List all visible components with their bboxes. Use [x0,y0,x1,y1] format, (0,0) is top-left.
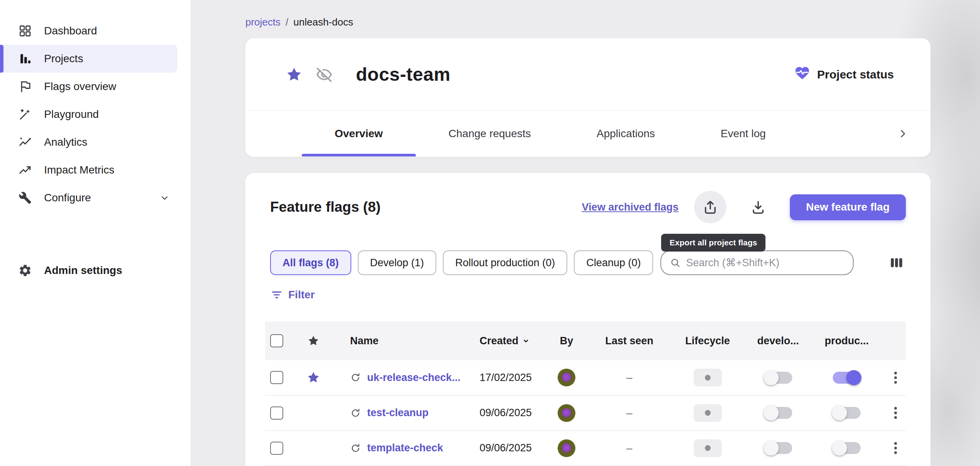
production-toggle[interactable] [833,442,861,454]
breadcrumb-current: unleash-docs [293,16,353,28]
new-feature-flag-button[interactable]: New feature flag [790,194,906,220]
last-seen-value: – [592,395,667,430]
lifecycle-badge[interactable] [694,404,722,422]
columns-view-button[interactable] [889,255,904,270]
chip-all-flags[interactable]: All flags (8) [270,250,351,275]
flags-title: Feature flags (8) [270,199,381,215]
select-all-checkbox[interactable] [270,334,283,347]
lifecycle-badge[interactable] [694,369,722,386]
analytics-icon [18,135,32,150]
sidebar-item-analytics[interactable]: Analytics [0,128,177,156]
gear-icon [18,263,32,278]
user-avatar[interactable] [558,369,575,386]
row-checkbox[interactable] [270,442,283,455]
flag-name-link[interactable]: uk-release-check... [367,372,461,384]
project-tabs: Overview Change requests Applications Ev… [245,111,931,156]
user-avatar[interactable] [558,404,575,422]
tab-change-requests[interactable]: Change requests [416,111,564,156]
sidebar-item-label: Dashboard [44,25,97,37]
dashboard-icon [18,24,32,38]
chip-cleanup[interactable]: Cleanup (0) [574,250,653,275]
column-header-name: Name [339,321,474,360]
tab-event-log[interactable]: Event log [688,111,799,156]
import-icon [750,199,766,215]
eye-off-icon[interactable] [316,66,333,83]
columns-icon [889,255,904,270]
development-toggle[interactable] [764,442,792,454]
more-tabs-button[interactable] [897,111,909,156]
import-flags-button[interactable] [742,191,774,223]
star-column-header-icon[interactable] [288,335,339,347]
tab-label: Change requests [449,128,531,140]
projects-icon [18,51,32,66]
row-actions-menu[interactable] [892,405,899,421]
search-icon [670,257,681,269]
project-title: docs-team [356,64,451,85]
export-icon [702,199,718,215]
flag-icon [18,79,32,94]
development-toggle[interactable] [764,407,792,419]
table-row: template-check 09/06/2025 – [265,430,906,466]
flag-name-link[interactable]: template-check [367,442,443,454]
lifecycle-badge[interactable] [694,439,722,457]
sidebar-item-projects[interactable]: Projects [0,45,177,73]
sidebar-item-label: Flags overview [44,80,116,93]
feature-flags-table: Name Created By Last seen Lifecycle deve… [265,321,906,466]
lifecycle-stage-dot [705,375,711,381]
breadcrumb-projects-link[interactable]: projects [245,16,281,28]
row-actions-menu[interactable] [892,369,899,386]
favorite-star-icon[interactable] [286,66,303,83]
row-checkbox[interactable] [270,406,283,420]
toggle-knob [764,370,779,385]
filter-button[interactable]: Filter [270,288,315,301]
view-archived-flags-link[interactable]: View archived flags [582,201,679,213]
column-header-created[interactable]: Created [474,321,541,360]
sidebar-item-playground[interactable]: Playground [0,100,177,128]
heart-pulse-icon [794,65,810,84]
export-tooltip: Export all project flags [661,234,766,252]
row-favorite-star-icon[interactable] [288,371,339,384]
created-date: 09/06/2025 [474,395,541,430]
row-checkbox[interactable] [270,371,283,384]
table-header-row: Name Created By Last seen Lifecycle deve… [265,321,906,360]
sort-chevron-icon [521,336,531,346]
last-seen-value: – [592,360,667,395]
column-header-by: By [541,321,592,360]
flag-filter-chips-row: All flags (8) Develop (1) Rollout produc… [270,250,906,275]
project-status-button[interactable]: Project status [794,65,894,84]
column-header-lifecycle: Lifecycle [667,321,748,360]
chip-rollout-production[interactable]: Rollout production (0) [443,250,567,275]
sidebar-item-label: Analytics [44,136,87,148]
sidebar-item-admin-settings[interactable]: Admin settings [0,257,177,284]
development-toggle[interactable] [764,372,792,384]
flags-header-row: Feature flags (8) View archived flags Ne… [270,173,906,223]
chip-develop[interactable]: Develop (1) [358,250,437,275]
toggle-knob [832,405,847,420]
sidebar: Dashboard Projects Flags overview Playgr… [0,0,191,466]
last-seen-value: – [592,430,667,466]
row-actions-menu[interactable] [892,440,899,456]
sidebar-item-label: Admin settings [44,264,122,277]
tab-label: Event log [721,128,766,140]
export-flags-button[interactable] [694,191,726,223]
flag-type-icon [350,443,361,454]
user-avatar[interactable] [558,439,575,457]
flag-name-link[interactable]: test-cleanup [367,407,429,419]
tab-applications[interactable]: Applications [564,111,688,156]
sidebar-item-configure[interactable]: Configure [0,184,177,212]
chevron-down-icon [159,192,170,204]
filter-icon [270,288,283,301]
toggle-knob [832,440,847,456]
tab-overview[interactable]: Overview [302,111,416,156]
sidebar-item-flags-overview[interactable]: Flags overview [0,73,177,100]
sidebar-item-impact-metrics[interactable]: Impact Metrics [0,156,177,184]
toggle-knob [764,405,779,420]
tab-label: Overview [335,128,383,140]
column-header-label: Created [480,335,519,347]
search-input[interactable] [686,257,849,269]
sidebar-item-label: Impact Metrics [44,164,114,176]
production-toggle[interactable] [833,372,861,384]
sidebar-item-dashboard[interactable]: Dashboard [0,17,177,45]
production-toggle[interactable] [833,407,861,419]
created-date: 09/06/2025 [474,430,541,466]
